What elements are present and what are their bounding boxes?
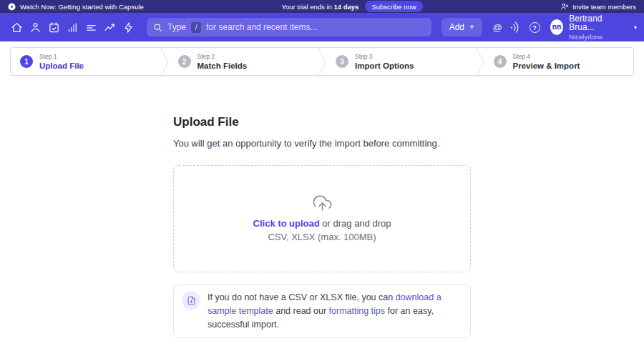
step-3-import-options[interactable]: 3 Step 3 Import Options	[326, 48, 476, 75]
step-2-label: Step 2	[197, 53, 248, 61]
step-2-title: Match Fields	[197, 61, 248, 71]
drag-drop-text: or drag and drop	[320, 218, 391, 229]
invite-label: Invite team members	[572, 3, 636, 11]
nav-tasks-button[interactable]	[82, 18, 100, 36]
step-1-label: Step 1	[39, 53, 84, 61]
nav-right-group: @ ? BB Bertrand Brua... Nicelydone ▾	[488, 14, 637, 41]
mentions-button[interactable]: @	[488, 18, 507, 36]
step-2-circle: 2	[178, 55, 191, 68]
dropzone-file-types: CSV, XLSX (max. 100MB)	[268, 232, 376, 242]
main-nav-bar: Type / for search and recent items... Ad…	[0, 13, 644, 41]
page-description: You will get an opportunity to verify th…	[173, 138, 471, 149]
step-3-title: Import Options	[355, 61, 414, 71]
step-1-circle: 1	[20, 55, 33, 68]
upload-cloud-icon	[313, 195, 332, 212]
nav-home-button[interactable]	[7, 18, 26, 36]
user-name: Bertrand Brua...	[569, 14, 620, 31]
trial-countdown: Your trial ends in 14 days	[281, 3, 358, 11]
user-menu[interactable]: BB Bertrand Brua... Nicelydone ▾	[550, 14, 637, 41]
step-3-circle: 3	[336, 55, 348, 68]
watch-now-label: Watch Now: Getting started with Capsule	[20, 3, 144, 11]
step-2-match-fields[interactable]: 2 Step 2 Match Fields	[169, 48, 318, 75]
page-title: Upload File	[173, 115, 471, 129]
home-icon	[11, 21, 23, 34]
sample-template-help-box: If you do not have a CSV or XLSX file, y…	[173, 285, 471, 338]
person-icon	[29, 21, 42, 34]
step-separator	[476, 48, 484, 75]
click-to-upload-link[interactable]: Click to upload	[253, 218, 320, 229]
slash-key-badge: /	[191, 22, 201, 33]
broadcast-button[interactable]	[507, 18, 525, 36]
search-placeholder-type: Type	[167, 22, 186, 32]
help-icon: ?	[530, 22, 540, 33]
step-4-circle: 4	[494, 55, 507, 68]
nav-calendar-button[interactable]	[44, 18, 63, 36]
user-account-name: Nicelydone	[569, 34, 620, 41]
person-plus-icon	[560, 2, 569, 11]
nav-sales-button[interactable]	[100, 18, 119, 36]
subscribe-now-button[interactable]: Subscribe now	[365, 1, 422, 12]
search-input[interactable]: Type / for search and recent items...	[147, 18, 431, 36]
lightning-icon	[122, 21, 135, 34]
broadcast-icon	[508, 19, 524, 35]
dropzone-instruction: Click to upload or drag and drop	[253, 218, 391, 229]
step-4-preview-import[interactable]: 4 Step 4 Preview & Import	[484, 48, 634, 75]
step-1-title: Upload File	[39, 61, 84, 71]
chevron-down-icon: ▾	[634, 24, 637, 31]
plus-icon: +	[469, 22, 474, 32]
avatar: BB	[550, 19, 563, 35]
search-icon	[153, 23, 162, 32]
calendar-check-icon	[48, 21, 60, 34]
add-label: Add	[449, 22, 464, 32]
step-separator	[160, 48, 169, 75]
step-3-label: Step 3	[355, 53, 414, 61]
trending-up-icon	[104, 21, 116, 34]
at-sign-icon: @	[492, 23, 502, 32]
nav-people-button[interactable]	[26, 18, 44, 36]
file-dropzone[interactable]: Click to upload or drag and drop CSV, XL…	[173, 165, 471, 272]
search-placeholder-hint: for search and recent items...	[206, 22, 317, 32]
watch-now-link[interactable]: Watch Now: Getting started with Capsule	[8, 3, 144, 11]
play-icon	[8, 3, 16, 11]
step-1-upload-file[interactable]: 1 Step 1 Upload File	[11, 48, 160, 75]
upload-file-panel: Upload File You will get an opportunity …	[173, 115, 471, 338]
help-text: If you do not have a CSV or XLSX file, y…	[208, 291, 462, 332]
add-button[interactable]: Add +	[441, 18, 482, 36]
list-icon	[85, 21, 97, 34]
step-4-title: Preview & Import	[513, 61, 580, 71]
file-download-icon	[182, 291, 200, 310]
formatting-tips-link[interactable]: formatting tips	[329, 306, 386, 316]
trial-status: Your trial ends in 14 days Subscribe now	[281, 1, 422, 12]
nav-automation-button[interactable]	[119, 18, 137, 36]
bar-chart-icon	[67, 21, 79, 34]
trial-bar: Watch Now: Getting started with Capsule …	[0, 0, 644, 13]
help-button[interactable]: ?	[525, 18, 544, 36]
user-meta: Bertrand Brua... Nicelydone	[569, 14, 620, 41]
nav-analytics-button[interactable]	[63, 18, 82, 36]
invite-team-members-button[interactable]: Invite team members	[560, 2, 636, 11]
step-separator	[318, 48, 326, 75]
step-4-label: Step 4	[513, 53, 580, 61]
import-steps-bar: 1 Step 1 Upload File 2 Step 2 Match Fiel…	[10, 47, 634, 76]
